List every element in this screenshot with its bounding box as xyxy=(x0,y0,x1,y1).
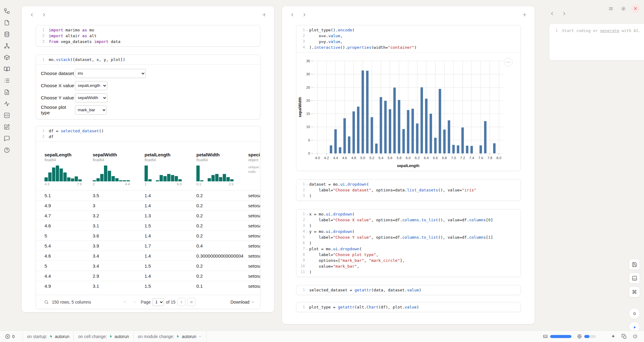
choose-x-value-select[interactable]: sepalLength xyxy=(75,81,107,90)
code-line[interactable]: 2 label="Choose dataset", options=data.l… xyxy=(296,187,521,193)
rail-packages-button[interactable] xyxy=(4,54,11,61)
page-select[interactable]: 1 xyxy=(152,298,164,306)
search-icon[interactable] xyxy=(44,300,49,305)
code-editor[interactable]: 1plot_type = getattr(alt.Chart(df), plot… xyxy=(296,302,521,312)
code-line[interactable]: 1import marimo as mo xyxy=(36,27,260,33)
choose-y-value-select[interactable]: sepalWidth xyxy=(75,93,107,102)
rail-snippets-button[interactable] xyxy=(4,112,11,119)
download-button[interactable]: Download xyxy=(231,300,255,305)
column-header-species[interactable]: speciesobjectunique:nulls: xyxy=(248,152,260,186)
last-page-button[interactable] xyxy=(187,298,195,306)
code-editor[interactable]: 1⌄dataset = mo.ui.dropdown(2 label="Choo… xyxy=(296,180,521,201)
menu-button[interactable] xyxy=(606,4,615,13)
code-line[interactable]: 1mo.vstack([dataset, x, y, plot]) xyxy=(36,57,260,62)
column-move-right-button[interactable] xyxy=(300,10,309,19)
table-row[interactable]: 53.61.40.2setosa xyxy=(36,230,260,240)
code-line[interactable]: 2 label="Choose X value", options=df.col… xyxy=(296,217,521,223)
code-line[interactable]: 1selected_dataset = getattr(data, datase… xyxy=(296,287,521,293)
column-header-petalLength[interactable]: petalLengthfloat6416.9 xyxy=(145,152,196,186)
fold-chevron-icon[interactable]: ⌄ xyxy=(305,27,309,33)
rail-chat-button[interactable] xyxy=(4,135,11,142)
table-row[interactable]: 5.13.51.40.2setosa xyxy=(36,190,260,200)
rail-traces-button[interactable] xyxy=(4,100,11,107)
table-row[interactable]: 4.931.40.2setosa xyxy=(36,200,260,210)
rail-outline-button[interactable] xyxy=(4,77,11,84)
code-line[interactable]: 8 label="Choose plot type", xyxy=(296,252,521,258)
column-move-right-button[interactable] xyxy=(39,10,48,19)
code-line[interactable]: 9 options=["mark_bar", "mark_circle"], xyxy=(296,258,521,263)
rail-logs-button[interactable] xyxy=(4,88,11,96)
code-editor[interactable]: 1mo.vstack([dataset, x, y, plot]) xyxy=(36,55,260,64)
rail-datasets-button[interactable] xyxy=(4,30,11,38)
code-line[interactable]: 5 label="Choose Y value", options=df.col… xyxy=(296,234,521,240)
runtime-config-item[interactable]: on startup:autorun xyxy=(23,331,74,342)
code-line[interactable]: 3 y=y.value, xyxy=(296,39,521,45)
error-count-button[interactable]: 0 xyxy=(0,334,20,339)
code-line[interactable]: 3) xyxy=(296,193,521,199)
code-line[interactable]: 11) xyxy=(296,269,521,275)
first-page-button[interactable] xyxy=(121,298,129,306)
code-line[interactable]: 2import altair as alt xyxy=(36,33,260,39)
rail-documentation-button[interactable] xyxy=(4,65,11,73)
altair-bar-chart[interactable]: 4.04.24.44.64.85.05.25.45.65.86.06.26.46… xyxy=(296,55,521,168)
column-move-left-button[interactable] xyxy=(27,10,36,19)
ai-assistant-button[interactable] xyxy=(609,333,617,340)
rail-scratchpad-button[interactable] xyxy=(4,123,11,130)
column-move-left-button[interactable] xyxy=(288,10,297,19)
choose-plot-type-select[interactable]: mark_bar xyxy=(75,105,107,115)
code-line[interactable]: 1⌄dataset = mo.ui.dropdown( xyxy=(296,181,521,187)
table-row[interactable]: 4.73.21.30.2setosa xyxy=(36,210,260,220)
code-line[interactable]: 1⌄plot_type().encode( xyxy=(296,27,521,33)
close-panel-button[interactable] xyxy=(631,4,640,13)
code-line[interactable]: 10 value="mark_bar", xyxy=(296,263,521,269)
runtime-config-item[interactable]: on cell change:autorun xyxy=(73,331,133,342)
add-cell-button[interactable] xyxy=(259,10,269,19)
copy-session-button[interactable] xyxy=(620,333,628,340)
table-row[interactable]: 53.41.50.2setosa xyxy=(36,261,260,271)
code-editor[interactable]: 1selected_dataset = getattr(data, datase… xyxy=(296,285,521,295)
column-header-sepalLength[interactable]: sepalLengthfloat644.37.9 xyxy=(36,152,93,186)
code-line[interactable]: 3) xyxy=(296,223,521,229)
scratchpad-cell[interactable]: 1 Start coding or generate with AI. xyxy=(549,23,644,61)
fold-chevron-icon[interactable]: ⌄ xyxy=(305,246,309,252)
column-header-sepalWidth[interactable]: sepalWidthfloat6424.4 xyxy=(93,152,145,186)
code-line[interactable]: 1df = selected_dataset() xyxy=(36,128,260,134)
choose-dataset-select[interactable]: iris xyxy=(75,69,146,78)
fold-chevron-icon[interactable]: ⌄ xyxy=(305,229,309,234)
code-line[interactable]: 2df xyxy=(36,134,260,140)
code-line[interactable]: 4⌄y = mo.ui.dropdown( xyxy=(296,229,521,234)
rail-files-button[interactable] xyxy=(4,19,11,26)
interrupt-button[interactable] xyxy=(629,308,640,319)
settings-button[interactable] xyxy=(619,4,628,13)
code-line[interactable]: 4).interactive().properties(width="conta… xyxy=(296,45,521,50)
code-line[interactable]: 7⌄plot = mo.ui.dropdown( xyxy=(296,246,521,252)
rail-explorer-button[interactable] xyxy=(4,7,11,15)
next-page-button[interactable] xyxy=(177,298,185,306)
table-row[interactable]: 4.63.11.50.2setosa xyxy=(36,220,260,230)
column-header-petalWidth[interactable]: petalWidthfloat640.12.5 xyxy=(196,152,248,186)
table-row[interactable]: 4.42.91.40.2setosa xyxy=(36,271,260,281)
code-editor[interactable]: 1import marimo as mo2import altair as al… xyxy=(36,25,260,46)
code-line[interactable]: 1plot_type = getattr(alt.Chart(df), plot… xyxy=(296,304,521,310)
code-editor[interactable]: 1⌄x = mo.ui.dropdown(2 label="Choose X v… xyxy=(296,209,521,277)
panel-layout-button[interactable] xyxy=(629,273,640,284)
rail-variables-button[interactable] xyxy=(4,42,11,49)
table-row[interactable]: 4.63.41.40.30000000000000004setosa xyxy=(36,251,260,261)
save-button[interactable] xyxy=(629,259,640,270)
code-line[interactable]: 3from vega_datasets import data xyxy=(36,39,260,45)
runtime-config-item[interactable]: on module change:autorun xyxy=(133,331,206,342)
rail-help-button[interactable] xyxy=(4,146,11,154)
command-palette-button[interactable]: ⌘ xyxy=(629,286,640,297)
code-line[interactable]: 1⌄x = mo.ui.dropdown( xyxy=(296,211,521,217)
previous-page-button[interactable] xyxy=(131,298,139,306)
code-line[interactable]: 2 x=x.value, xyxy=(296,33,521,39)
column-move-right-button[interactable] xyxy=(560,9,569,18)
add-cell-button[interactable] xyxy=(520,10,529,19)
code-editor[interactable]: 1df = selected_dataset()2df xyxy=(36,126,260,141)
column-move-left-button[interactable] xyxy=(547,9,556,18)
generate-with-ai-link[interactable]: generate xyxy=(600,28,619,33)
fold-chevron-icon[interactable]: ⌄ xyxy=(305,181,309,187)
table-row[interactable]: 4.93.11.50.1setosa xyxy=(36,281,260,291)
code-line[interactable]: 1 Start coding or generate with AI. xyxy=(549,28,644,34)
table-row[interactable]: 5.43.91.70.4setosa xyxy=(36,240,260,251)
